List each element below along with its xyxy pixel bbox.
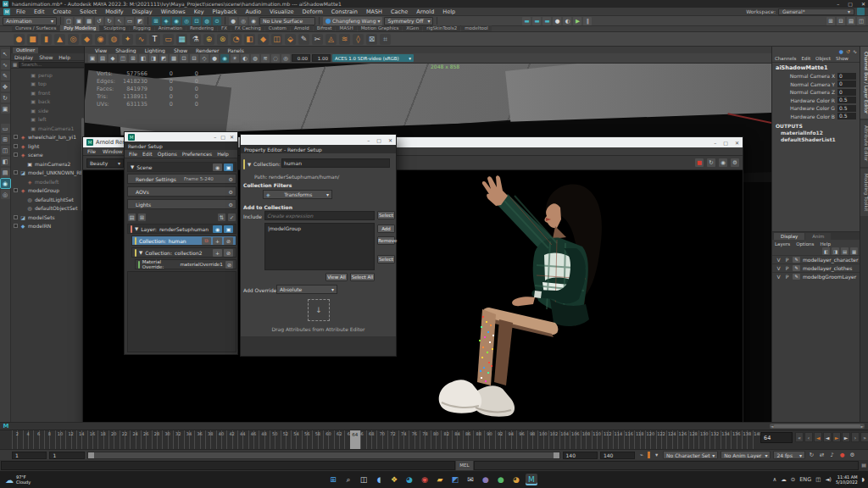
menu-item[interactable]: Playback: [208, 8, 241, 15]
maximize-button[interactable]: ▢: [723, 140, 728, 146]
close-button[interactable]: ✕: [861, 1, 865, 7]
maya-taskbar-icon[interactable]: M: [526, 474, 537, 485]
outliner-item[interactable]: ◪ modelSets: [11, 213, 84, 222]
input-ops-icon[interactable]: ◎: [239, 17, 248, 25]
poly-cone-icon[interactable]: ▲: [54, 34, 65, 45]
xray-icon[interactable]: ◌: [271, 54, 280, 63]
live-surface-field[interactable]: No Live Surface: [259, 17, 315, 25]
bevel-icon[interactable]: ◆: [258, 34, 269, 45]
svg-tool-icon[interactable]: ▭: [163, 34, 174, 45]
filter-selector[interactable]: ◈ Transforms ▾: [263, 190, 332, 199]
layer-color-icon[interactable]: ✎: [793, 265, 800, 271]
camera-attrs-icon[interactable]: ▤: [98, 54, 107, 63]
poly-extra-icon[interactable]: ◍: [108, 34, 120, 45]
menu-item[interactable]: Show: [836, 56, 849, 61]
poly-torus-icon[interactable]: ◎: [68, 34, 79, 45]
menu-item[interactable]: Visualize: [265, 8, 298, 15]
rotate-tool-icon[interactable]: ↻: [1, 93, 10, 103]
menu-item[interactable]: Window: [103, 148, 123, 154]
close-button[interactable]: ✕: [230, 134, 234, 140]
playback-start-field[interactable]: 1: [49, 452, 84, 459]
include-expression-field[interactable]: [264, 211, 375, 220]
render-layer-row[interactable]: ▼ Layer: renderSetuphuman ◉ ▣: [127, 224, 236, 234]
menu-item[interactable]: Windows: [157, 8, 190, 15]
maximize-button[interactable]: ▢: [848, 1, 853, 7]
window-title-bar[interactable]: M – ▢ ✕: [125, 132, 237, 141]
layout-active-icon[interactable]: ◉: [1, 179, 10, 188]
menu-item[interactable]: Audio: [242, 8, 265, 15]
select-component-icon[interactable]: ◩: [136, 17, 144, 25]
remove-button[interactable]: Remove: [377, 236, 395, 245]
poly-cylinder-icon[interactable]: ▮: [41, 34, 52, 45]
outliner-item[interactable]: ▣ mainCamera1: [11, 124, 84, 133]
menu-item[interactable]: Constrain: [327, 8, 362, 15]
visibility-icon[interactable]: ◉: [213, 164, 222, 171]
chat-icon[interactable]: ◖: [373, 474, 385, 485]
colorspace-selector[interactable]: ACES 1.0 SDR-video (sRGB) ▾: [332, 54, 414, 62]
gate-mask-icon[interactable]: ◩: [159, 54, 168, 63]
go-to-end-button[interactable]: »: [860, 432, 868, 442]
filter-icon[interactable]: ✓: [228, 214, 236, 221]
gear-icon[interactable]: ⚙: [229, 189, 233, 195]
isolate-icon[interactable]: ◎: [281, 54, 290, 63]
channel-value-field[interactable]: 0: [837, 80, 856, 87]
onedrive-icon[interactable]: ☁: [781, 476, 787, 483]
minimize-button[interactable]: –: [214, 134, 216, 140]
select-tool-icon[interactable]: ↖: [115, 17, 124, 25]
add-override-icon[interactable]: +: [213, 237, 222, 245]
maximize-button[interactable]: ▢: [376, 137, 381, 143]
sidebar-tab[interactable]: Attribute Editor: [860, 120, 868, 166]
channel-value-field[interactable]: 0.5: [837, 113, 856, 119]
channel-value-field[interactable]: 0.5: [837, 97, 856, 103]
script-editor-icon[interactable]: ▤: [860, 462, 868, 470]
menu-item[interactable]: Renderer: [196, 47, 219, 53]
outliner-tab[interactable]: Outliner: [13, 47, 38, 53]
collection-name-field[interactable]: [281, 158, 390, 168]
override-mode-selector[interactable]: Absolute ▾: [276, 285, 337, 294]
material-override-row[interactable]: Material Override: materialOverride1 ⊘: [135, 259, 236, 269]
menu-item[interactable]: Options: [158, 151, 177, 157]
aov-selector[interactable]: Beauty ▾: [86, 158, 124, 168]
sound-icon[interactable]: ♪: [828, 452, 836, 458]
menu-item[interactable]: Help: [217, 151, 229, 157]
render-setup-row[interactable]: Render Settings Frame 5-240 ⚙: [127, 174, 236, 184]
display-layer-row[interactable]: V P ✎ modelbgGroomLayer: [772, 272, 860, 280]
menu-item[interactable]: File: [129, 151, 137, 157]
time-slider[interactable]: 2468101214161820222426283032343638404244…: [0, 430, 868, 449]
anim-start-field[interactable]: 1: [12, 452, 47, 459]
range-end-handle[interactable]: [554, 452, 559, 458]
menu-item[interactable]: Help: [58, 54, 70, 60]
shelf-tab[interactable]: rigSkinTools2: [423, 25, 460, 31]
poly-plane-icon[interactable]: ◆: [81, 34, 92, 45]
weather-widget[interactable]: ☁ 97°F Cloudy: [0, 474, 59, 485]
snapshot-icon[interactable]: ◉: [719, 158, 727, 167]
lock-icon[interactable]: ●: [229, 17, 237, 25]
lights-icon[interactable]: ☀: [231, 54, 239, 63]
crease-icon[interactable]: ◊: [353, 34, 364, 45]
render-setup-row[interactable]: AOVs ⚙: [127, 186, 236, 197]
menu-item[interactable]: Help: [438, 8, 459, 15]
display-layer-row[interactable]: V P ✎ modellayer_clothes: [772, 263, 860, 272]
gear-icon[interactable]: ⚙: [229, 202, 233, 208]
outliner-checkbox[interactable]: [14, 224, 18, 228]
anim-layer-selector[interactable]: No Anim Layer▾: [721, 451, 771, 459]
shelf-tab[interactable]: Sculpting: [100, 25, 129, 31]
menu-item[interactable]: Options: [796, 241, 814, 247]
outliner-checkbox[interactable]: [14, 170, 18, 175]
layer-move-down-icon[interactable]: ◨: [832, 247, 839, 255]
play-launch-icon[interactable]: ▶: [573, 17, 581, 25]
shelf-tab[interactable]: Animation: [155, 25, 186, 31]
window-title-bar[interactable]: – ▢ ✕: [241, 135, 396, 145]
disable-icon[interactable]: ⊘: [224, 249, 233, 257]
menu-item[interactable]: Show: [39, 54, 53, 60]
combine-icon[interactable]: ⊕: [203, 34, 214, 45]
wireframe-icon[interactable]: ◇: [200, 54, 209, 63]
new-layer-selected-icon[interactable]: ▦: [850, 247, 858, 255]
outliner-item[interactable]: ◎ defaultObjectSet: [11, 204, 84, 214]
add-override-icon[interactable]: +: [213, 249, 222, 257]
render-settings-icon[interactable]: ▬: [542, 17, 551, 25]
renderable-icon[interactable]: ▣: [224, 164, 233, 171]
auto-key-icon[interactable]: ●: [838, 452, 846, 458]
outliner-item[interactable]: ▣ persp: [11, 70, 84, 80]
scene-section-row[interactable]: ▼ Scene ◉ ▣: [127, 162, 236, 172]
